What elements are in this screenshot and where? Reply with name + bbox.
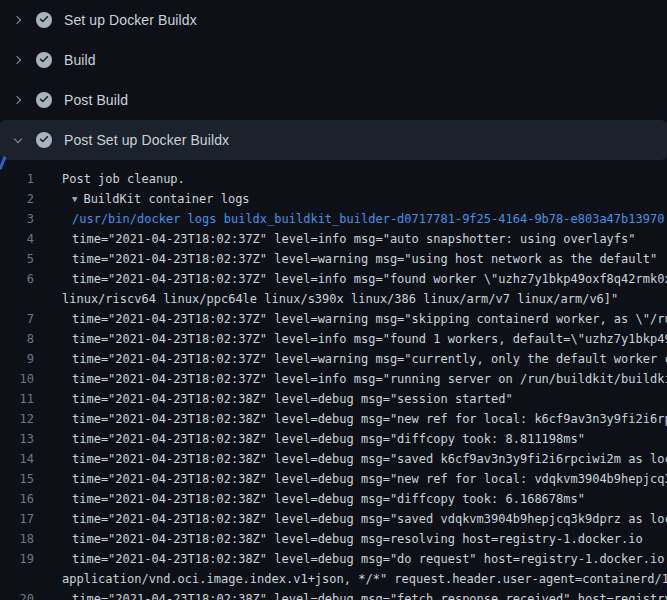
log-text: application/vnd.oci.image.index.v1+json,…: [62, 569, 667, 589]
log-text: time="2021-04-23T18:02:37Z" level=warnin…: [62, 349, 667, 369]
log-area: 1Post job cleanup.2▼BuildKit container l…: [0, 160, 667, 600]
actions-log-viewer: Set up Docker BuildxBuildPost BuildPost …: [0, 0, 667, 600]
log-line: 10time="2021-04-23T18:02:37Z" level=info…: [0, 369, 667, 389]
log-text: time="2021-04-23T18:02:38Z" level=debug …: [62, 409, 667, 429]
check-circle-icon: [36, 52, 52, 68]
log-line: application/vnd.oci.image.index.v1+json,…: [0, 569, 667, 589]
command-text: /usr/bin/docker logs buildx_buildkit_bui…: [62, 209, 664, 229]
chevron-down-icon[interactable]: [10, 132, 26, 148]
log-text: time="2021-04-23T18:02:38Z" level=debug …: [62, 429, 585, 449]
line-number[interactable]: 16: [0, 489, 34, 509]
log-text: time="2021-04-23T18:02:38Z" level=debug …: [62, 549, 667, 569]
log-text: time="2021-04-23T18:02:37Z" level=info m…: [62, 269, 667, 289]
line-number[interactable]: 20: [0, 589, 34, 600]
log-line: 9time="2021-04-23T18:02:37Z" level=warni…: [0, 349, 667, 369]
line-number[interactable]: 18: [0, 529, 34, 549]
chevron-right-icon[interactable]: [10, 52, 26, 68]
line-number[interactable]: 10: [0, 369, 34, 389]
log-line: 14time="2021-04-23T18:02:38Z" level=debu…: [0, 449, 667, 469]
line-number[interactable]: 19: [0, 549, 34, 569]
line-number[interactable]: 6: [0, 269, 34, 289]
step-label: Build: [64, 52, 96, 68]
log-line: 3/usr/bin/docker logs buildx_buildkit_bu…: [0, 209, 667, 229]
step-header-post-set-up-docker-buildx[interactable]: Post Set up Docker Buildx: [0, 120, 667, 160]
log-text: time="2021-04-23T18:02:38Z" level=debug …: [62, 389, 513, 409]
log-line: 15time="2021-04-23T18:02:38Z" level=debu…: [0, 469, 667, 489]
log-text: time="2021-04-23T18:02:37Z" level=warnin…: [62, 309, 667, 329]
log-line: 4time="2021-04-23T18:02:37Z" level=info …: [0, 229, 667, 249]
log-line: 7time="2021-04-23T18:02:37Z" level=warni…: [0, 309, 667, 329]
log-line: 16time="2021-04-23T18:02:38Z" level=debu…: [0, 489, 667, 509]
check-circle-icon: [36, 12, 52, 28]
line-number[interactable]: 11: [0, 389, 34, 409]
line-number[interactable]: 15: [0, 469, 34, 489]
log-text: time="2021-04-23T18:02:38Z" level=debug …: [62, 449, 667, 469]
log-text: time="2021-04-23T18:02:37Z" level=info m…: [62, 369, 667, 389]
group-collapse-icon[interactable]: ▼: [72, 194, 77, 204]
group-title: BuildKit container logs: [83, 192, 249, 206]
check-circle-icon: [36, 132, 52, 148]
log-line: 11time="2021-04-23T18:02:38Z" level=debu…: [0, 389, 667, 409]
line-number[interactable]: 12: [0, 409, 34, 429]
log-line: 20time="2021-04-23T18:02:38Z" level=debu…: [0, 589, 667, 600]
log-line: 18time="2021-04-23T18:02:38Z" level=debu…: [0, 529, 667, 549]
log-text: time="2021-04-23T18:02:38Z" level=debug …: [62, 509, 667, 529]
chevron-right-icon[interactable]: [10, 12, 26, 28]
log-group-line: ▼BuildKit container logs: [62, 189, 250, 209]
line-number[interactable]: 5: [0, 249, 34, 269]
log-text: time="2021-04-23T18:02:37Z" level=info m…: [62, 229, 636, 249]
log-text: time="2021-04-23T18:02:38Z" level=debug …: [62, 489, 585, 509]
chevron-right-icon[interactable]: [10, 92, 26, 108]
line-number: [0, 289, 34, 309]
line-number[interactable]: 4: [0, 229, 34, 249]
step-label: Set up Docker Buildx: [64, 12, 197, 28]
log-line: linux/riscv64 linux/ppc64le linux/s390x …: [0, 289, 667, 309]
line-number[interactable]: 3: [0, 209, 34, 229]
line-number[interactable]: 8: [0, 329, 34, 349]
step-label: Post Build: [64, 92, 128, 108]
line-number[interactable]: 1: [0, 169, 34, 189]
line-number[interactable]: 2: [0, 189, 34, 209]
steps-list: Set up Docker BuildxBuildPost BuildPost …: [0, 0, 667, 160]
log-text: time="2021-04-23T18:02:38Z" level=debug …: [62, 589, 667, 600]
line-number[interactable]: 7: [0, 309, 34, 329]
log-line: 6time="2021-04-23T18:02:37Z" level=info …: [0, 269, 667, 289]
line-number[interactable]: 17: [0, 509, 34, 529]
check-circle-icon: [36, 92, 52, 108]
step-header-post-build[interactable]: Post Build: [0, 80, 667, 120]
line-number: [0, 569, 34, 589]
line-number[interactable]: 14: [0, 449, 34, 469]
log-line: 8time="2021-04-23T18:02:37Z" level=info …: [0, 329, 667, 349]
log-text: time="2021-04-23T18:02:38Z" level=debug …: [62, 529, 643, 549]
step-header-set-up-docker-buildx[interactable]: Set up Docker Buildx: [0, 0, 667, 40]
log-text: time="2021-04-23T18:02:38Z" level=debug …: [62, 469, 667, 489]
line-number[interactable]: 9: [0, 349, 34, 369]
log-line: 19time="2021-04-23T18:02:38Z" level=debu…: [0, 549, 667, 569]
log-line: 1Post job cleanup.: [0, 169, 667, 189]
log-text: Post job cleanup.: [62, 169, 185, 189]
log-text: time="2021-04-23T18:02:37Z" level=warnin…: [62, 249, 657, 269]
log-text: linux/riscv64 linux/ppc64le linux/s390x …: [62, 289, 618, 309]
line-number[interactable]: 13: [0, 429, 34, 449]
step-header-build[interactable]: Build: [0, 40, 667, 80]
log-line: 17time="2021-04-23T18:02:38Z" level=debu…: [0, 509, 667, 529]
step-label: Post Set up Docker Buildx: [64, 132, 229, 148]
log-text: time="2021-04-23T18:02:37Z" level=info m…: [62, 329, 667, 349]
log-line: 13time="2021-04-23T18:02:38Z" level=debu…: [0, 429, 667, 449]
log-line: 12time="2021-04-23T18:02:38Z" level=debu…: [0, 409, 667, 429]
log-line: 2▼BuildKit container logs: [0, 189, 667, 209]
log-line: 5time="2021-04-23T18:02:37Z" level=warni…: [0, 249, 667, 269]
